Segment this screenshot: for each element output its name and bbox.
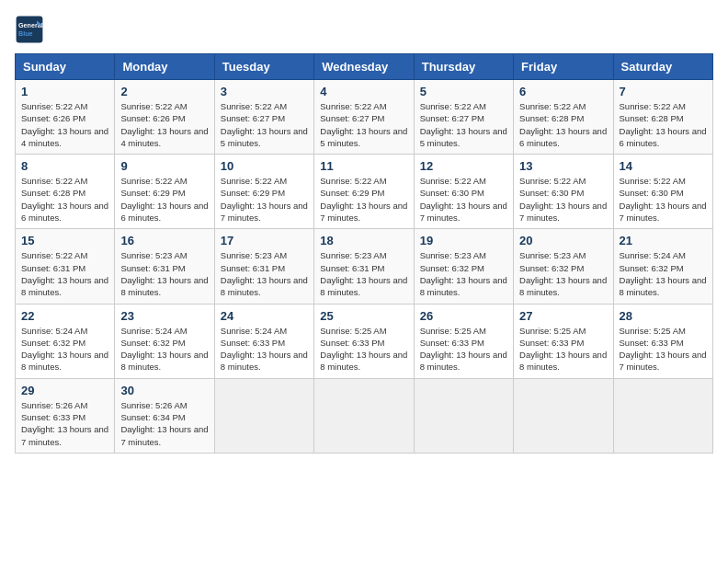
day-number: 13 [519, 159, 607, 173]
calendar-day-12: 12 Sunrise: 5:22 AMSunset: 6:30 PMDaylig… [414, 155, 513, 229]
calendar-header-wednesday: Wednesday [314, 54, 414, 80]
day-number: 4 [320, 85, 407, 98]
calendar-week-5: 29 Sunrise: 5:26 AMSunset: 6:33 PMDaylig… [16, 378, 713, 453]
day-info: Sunrise: 5:22 AMSunset: 6:31 PMDaylight:… [21, 249, 108, 298]
calendar-header-tuesday: Tuesday [214, 54, 313, 80]
calendar-day-10: 10 Sunrise: 5:22 AMSunset: 6:29 PMDaylig… [214, 155, 313, 229]
calendar-day-23: 23 Sunrise: 5:24 AMSunset: 6:32 PMDaylig… [115, 304, 214, 378]
calendar-day-4: 4 Sunrise: 5:22 AMSunset: 6:27 PMDayligh… [314, 80, 414, 155]
calendar-day-7: 7 Sunrise: 5:22 AMSunset: 6:28 PMDayligh… [613, 80, 712, 155]
day-number: 3 [221, 85, 308, 98]
day-info: Sunrise: 5:22 AMSunset: 6:28 PMDaylight:… [620, 100, 707, 149]
calendar-day-29: 29 Sunrise: 5:26 AMSunset: 6:33 PMDaylig… [16, 378, 115, 453]
calendar-day-5: 5 Sunrise: 5:22 AMSunset: 6:27 PMDayligh… [414, 80, 513, 155]
calendar-day-18: 18 Sunrise: 5:23 AMSunset: 6:31 PMDaylig… [314, 229, 414, 304]
day-info: Sunrise: 5:22 AMSunset: 6:30 PMDaylight:… [420, 175, 507, 224]
day-number: 14 [620, 159, 707, 173]
day-info: Sunrise: 5:25 AMSunset: 6:33 PMDaylight:… [620, 325, 707, 373]
calendar-day-27: 27 Sunrise: 5:25 AMSunset: 6:33 PMDaylig… [514, 304, 613, 378]
day-number: 21 [620, 234, 707, 247]
day-info: Sunrise: 5:23 AMSunset: 6:31 PMDaylight:… [120, 249, 208, 298]
svg-text:Blue: Blue [18, 29, 33, 38]
day-info: Sunrise: 5:22 AMSunset: 6:26 PMDaylight:… [120, 100, 208, 149]
calendar-header-monday: Monday [115, 54, 214, 80]
calendar-day-15: 15 Sunrise: 5:22 AMSunset: 6:31 PMDaylig… [16, 229, 115, 304]
calendar-header-friday: Friday [514, 54, 613, 80]
calendar-day-28: 28 Sunrise: 5:25 AMSunset: 6:33 PMDaylig… [613, 304, 712, 378]
empty-cell [613, 378, 712, 453]
empty-cell [514, 378, 613, 453]
day-info: Sunrise: 5:25 AMSunset: 6:33 PMDaylight:… [420, 325, 507, 373]
day-number: 2 [120, 85, 208, 98]
calendar-body: 1 Sunrise: 5:22 AMSunset: 6:26 PMDayligh… [16, 80, 713, 454]
calendar-day-9: 9 Sunrise: 5:22 AMSunset: 6:29 PMDayligh… [115, 155, 214, 229]
day-info: Sunrise: 5:22 AMSunset: 6:28 PMDaylight:… [519, 100, 607, 149]
calendar-day-14: 14 Sunrise: 5:22 AMSunset: 6:30 PMDaylig… [613, 155, 712, 229]
day-info: Sunrise: 5:22 AMSunset: 6:27 PMDaylight:… [221, 100, 308, 149]
day-number: 17 [221, 234, 308, 247]
day-number: 23 [120, 309, 208, 323]
day-number: 1 [21, 85, 108, 98]
day-number: 11 [320, 159, 407, 173]
day-info: Sunrise: 5:22 AMSunset: 6:29 PMDaylight:… [120, 175, 208, 224]
day-info: Sunrise: 5:25 AMSunset: 6:33 PMDaylight:… [519, 325, 607, 373]
day-number: 26 [420, 309, 507, 323]
calendar-week-3: 15 Sunrise: 5:22 AMSunset: 6:31 PMDaylig… [16, 229, 713, 304]
calendar-day-22: 22 Sunrise: 5:24 AMSunset: 6:32 PMDaylig… [16, 304, 115, 378]
day-number: 19 [420, 234, 507, 247]
day-info: Sunrise: 5:22 AMSunset: 6:28 PMDaylight:… [21, 175, 108, 224]
day-number: 25 [320, 309, 407, 323]
day-number: 10 [221, 159, 308, 173]
calendar-day-2: 2 Sunrise: 5:22 AMSunset: 6:26 PMDayligh… [115, 80, 214, 155]
day-info: Sunrise: 5:23 AMSunset: 6:31 PMDaylight:… [221, 249, 308, 298]
day-number: 16 [120, 234, 208, 247]
day-info: Sunrise: 5:24 AMSunset: 6:33 PMDaylight:… [221, 325, 308, 373]
empty-cell [214, 378, 313, 453]
day-number: 18 [320, 234, 407, 247]
day-number: 24 [221, 309, 308, 323]
day-info: Sunrise: 5:22 AMSunset: 6:26 PMDaylight:… [21, 100, 108, 149]
calendar-day-19: 19 Sunrise: 5:23 AMSunset: 6:32 PMDaylig… [414, 229, 513, 304]
calendar-day-8: 8 Sunrise: 5:22 AMSunset: 6:28 PMDayligh… [16, 155, 115, 229]
day-number: 27 [519, 309, 607, 323]
calendar-day-25: 25 Sunrise: 5:25 AMSunset: 6:33 PMDaylig… [314, 304, 414, 378]
day-info: Sunrise: 5:23 AMSunset: 6:32 PMDaylight:… [420, 249, 507, 298]
calendar-day-3: 3 Sunrise: 5:22 AMSunset: 6:27 PMDayligh… [214, 80, 313, 155]
calendar-week-4: 22 Sunrise: 5:24 AMSunset: 6:32 PMDaylig… [16, 304, 713, 378]
day-info: Sunrise: 5:26 AMSunset: 6:33 PMDaylight:… [21, 399, 108, 448]
day-number: 9 [120, 159, 208, 173]
page-header: General Blue [15, 15, 713, 44]
calendar-day-16: 16 Sunrise: 5:23 AMSunset: 6:31 PMDaylig… [115, 229, 214, 304]
day-info: Sunrise: 5:22 AMSunset: 6:29 PMDaylight:… [320, 175, 407, 224]
day-info: Sunrise: 5:22 AMSunset: 6:29 PMDaylight:… [221, 175, 308, 224]
calendar-day-11: 11 Sunrise: 5:22 AMSunset: 6:29 PMDaylig… [314, 155, 414, 229]
calendar-day-17: 17 Sunrise: 5:23 AMSunset: 6:31 PMDaylig… [214, 229, 313, 304]
day-number: 12 [420, 159, 507, 173]
calendar-day-24: 24 Sunrise: 5:24 AMSunset: 6:33 PMDaylig… [214, 304, 313, 378]
day-number: 22 [21, 309, 108, 323]
calendar-day-13: 13 Sunrise: 5:22 AMSunset: 6:30 PMDaylig… [514, 155, 613, 229]
day-number: 28 [620, 309, 707, 323]
calendar-table: SundayMondayTuesdayWednesdayThursdayFrid… [15, 53, 713, 454]
logo-icon: General Blue [15, 15, 44, 44]
day-info: Sunrise: 5:22 AMSunset: 6:30 PMDaylight:… [620, 175, 707, 224]
logo: General Blue [15, 15, 48, 44]
calendar-day-26: 26 Sunrise: 5:25 AMSunset: 6:33 PMDaylig… [414, 304, 513, 378]
empty-cell [414, 378, 513, 453]
day-info: Sunrise: 5:23 AMSunset: 6:31 PMDaylight:… [320, 249, 407, 298]
calendar-day-6: 6 Sunrise: 5:22 AMSunset: 6:28 PMDayligh… [514, 80, 613, 155]
calendar-day-21: 21 Sunrise: 5:24 AMSunset: 6:32 PMDaylig… [613, 229, 712, 304]
day-number: 7 [620, 85, 707, 98]
day-info: Sunrise: 5:22 AMSunset: 6:27 PMDaylight:… [420, 100, 507, 149]
calendar-week-2: 8 Sunrise: 5:22 AMSunset: 6:28 PMDayligh… [16, 155, 713, 229]
calendar-header-thursday: Thursday [414, 54, 513, 80]
calendar-day-30: 30 Sunrise: 5:26 AMSunset: 6:34 PMDaylig… [115, 378, 214, 453]
day-info: Sunrise: 5:24 AMSunset: 6:32 PMDaylight:… [620, 249, 707, 298]
day-number: 20 [519, 234, 607, 247]
day-number: 30 [120, 384, 208, 397]
day-info: Sunrise: 5:25 AMSunset: 6:33 PMDaylight:… [320, 325, 407, 373]
day-info: Sunrise: 5:22 AMSunset: 6:27 PMDaylight:… [320, 100, 407, 149]
calendar-header-sunday: Sunday [16, 54, 115, 80]
calendar-day-20: 20 Sunrise: 5:23 AMSunset: 6:32 PMDaylig… [514, 229, 613, 304]
day-number: 6 [519, 85, 607, 98]
